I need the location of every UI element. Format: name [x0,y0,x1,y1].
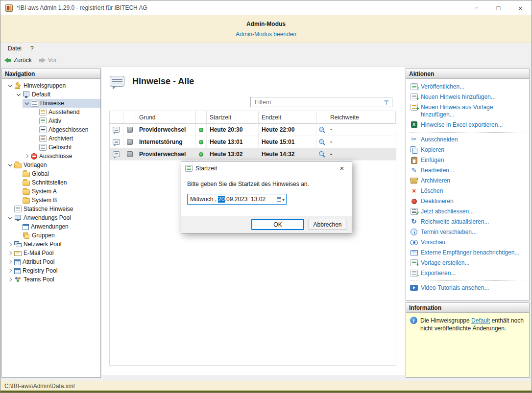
nav-item-label: Default [32,91,50,98]
cut-icon: ✂ [410,136,418,143]
table-row-selected[interactable]: Providerwechsel Heute 13:02 Heute 14:32 … [110,148,396,161]
chevron-spacer [31,143,39,151]
calendar-dropdown-button[interactable] [275,194,286,204]
app-window: *IBI-aws Admin 1.29.0 - registriert für … [0,0,532,393]
action-excel-export[interactable]: Hinweise in Excel exportieren... [406,120,529,130]
nav-item-label: System A [32,188,57,195]
action-vorschau[interactable]: Vorschau [406,237,529,248]
startzeit-datetime-input[interactable]: Mittwoch , 20.09.2023 13:02 [187,194,287,205]
nav-item-hinweisgruppen[interactable]: Hinweisgruppen [2,81,100,90]
dialog-close-icon[interactable]: × [332,162,352,175]
action-jetzt-abschliessen[interactable]: Jetzt abschliessen... [406,207,529,217]
nav-item-label: Anwendungs Pool [24,214,71,221]
monitor-icon [14,214,22,221]
forward-button[interactable]: Vor [39,57,57,64]
default-group-link[interactable]: Default [471,317,490,324]
filter-funnel-icon[interactable] [383,99,390,106]
minimize-button[interactable]: − [465,0,487,15]
nav-item-label: Registry Pool [23,267,57,274]
dialog-title: Startzeit [195,165,217,172]
date-suffix: .09.2023 13:02 [225,196,266,203]
action-kopieren[interactable]: Kopieren [406,145,529,155]
admin-mode-exit-link[interactable]: Admin-Modus beenden [236,31,296,38]
table-header-row[interactable]: Grund Startzeit Endzeit Reichweite [110,111,396,124]
back-button[interactable]: Zurück [4,57,32,64]
nav-item-system-a[interactable]: System A [2,187,100,196]
action-hinweis-aus-vorlage[interactable]: Neuen Hinweis aus Vorlage hinzufügen... [406,102,529,120]
menu-datei[interactable]: Datei [3,44,26,53]
nav-item-ausschluesse[interactable]: Ausschlüsse [2,152,100,161]
action-archivieren[interactable]: Archivieren [406,176,529,186]
nav-item-hinweise[interactable]: Hinweise [2,99,100,108]
nav-item-registry-pool[interactable]: Registry Pool [2,266,100,275]
nav-item-vorlagen[interactable]: Vorlagen [2,161,100,169]
nav-item-teams-pool[interactable]: Teams Pool [2,275,100,284]
nav-item-gruppen[interactable]: Gruppen [2,231,100,240]
action-exportieren[interactable]: Exportieren... [406,268,529,278]
col-grund[interactable]: Grund [136,111,196,123]
nav-item-abgeschlossen[interactable]: Abgeschlossen [2,125,100,134]
add-note-icon [410,93,418,100]
nav-item-label: Abgeschlossen [48,126,88,133]
chevron-right-icon[interactable] [6,276,14,283]
chevron-spacer [14,179,23,186]
chevron-right-icon[interactable] [6,267,14,275]
action-label: Reichweite aktualisieren... [421,218,489,226]
chevron-right-icon[interactable] [6,258,14,266]
cancel-button[interactable]: Abbrechen [309,219,346,230]
chevron-down-icon[interactable] [6,161,14,169]
status-active-icon [199,128,203,132]
action-neuer-hinweis[interactable]: Neuen Hinweis hinzufügen... [406,92,529,102]
deactivate-icon [410,198,418,204]
action-video-tutorials[interactable]: Video-Tutorials ansehen... [406,283,529,293]
action-veroeffentlichen[interactable]: Veröffentlichen... [406,82,529,92]
nav-item-ausstehend[interactable]: Ausstehend [2,108,100,116]
maximize-button[interactable]: □ [487,0,509,15]
action-externe-empfaenger[interactable]: Externe Empfänger benachrichtigen... [406,248,529,258]
table-row[interactable]: Internetstörung Heute 13:01 Heute 15:01 … [110,136,396,148]
action-ausschneiden[interactable]: ✂Ausschneiden [406,135,529,145]
action-vorlage-erstellen[interactable]: Vorlage erstellen... [406,258,529,268]
action-termin-verschieben[interactable]: Termin verschieben... [406,227,529,237]
action-loeschen[interactable]: ×Löschen [406,186,529,196]
action-deaktivieren[interactable]: Deaktivieren [406,196,529,207]
nav-item-global[interactable]: Global [2,169,100,178]
nav-item-statische-hinweise[interactable]: Statische Hinweise [2,205,100,213]
chevron-right-icon[interactable] [6,240,14,248]
nav-item-anwendungen[interactable]: Anwendungen [2,222,100,231]
ok-button[interactable]: OK [251,219,304,230]
window-icon [23,224,29,230]
edit-icon: ✎ [410,167,418,174]
nav-item-email-pool[interactable]: E-Mail Pool [2,249,100,257]
cell-grund: Providerwechsel [136,124,196,136]
action-einfuegen[interactable]: Einfügen [406,155,529,165]
nav-item-aktiv[interactable]: Aktiv [2,116,100,125]
chevron-down-icon[interactable] [6,82,14,90]
action-bearbeiten[interactable]: ✎Bearbeiten... [406,165,529,176]
close-button[interactable]: × [509,0,532,15]
nav-item-archiviert[interactable]: Archiviert [2,134,100,143]
col-endzeit[interactable]: Endzeit [259,111,316,123]
table-row[interactable]: Providerwechsel Heute 20:30 Heute 22:00 … [110,124,396,136]
action-label: Vorschau [421,239,445,246]
action-label: Exportieren... [421,270,456,277]
col-startzeit[interactable]: Startzeit [207,111,259,123]
nav-item-schnittstellen[interactable]: Schnittstellen [2,178,100,187]
menu-help[interactable]: ? [26,44,38,53]
chevron-down-icon[interactable] [6,214,14,222]
filter-input[interactable] [255,99,383,106]
chevron-right-icon[interactable] [23,152,31,160]
nav-item-attribut-pool[interactable]: Attribut Pool [2,257,100,266]
nav-item-default[interactable]: Default [2,90,100,99]
nav-item-anwendungs-pool[interactable]: Anwendungs Pool [2,213,100,222]
chevron-down-icon[interactable] [23,99,31,107]
action-reichweite-aktualisieren[interactable]: ↻Reichweite aktualisieren... [406,217,529,227]
col-reichweite[interactable]: Reichweite [327,111,396,123]
nav-item-system-b[interactable]: System B [2,196,100,205]
actions-panel: Aktionen Veröffentlichen... Neuen Hinwei… [406,69,530,301]
nav-item-geloescht[interactable]: Gelöscht [2,143,100,152]
chevron-right-icon[interactable] [6,249,14,257]
calendar-icon [277,197,281,202]
nav-item-netzwerk-pool[interactable]: Netzwerk Pool [2,240,100,249]
chevron-down-icon[interactable] [14,91,23,98]
